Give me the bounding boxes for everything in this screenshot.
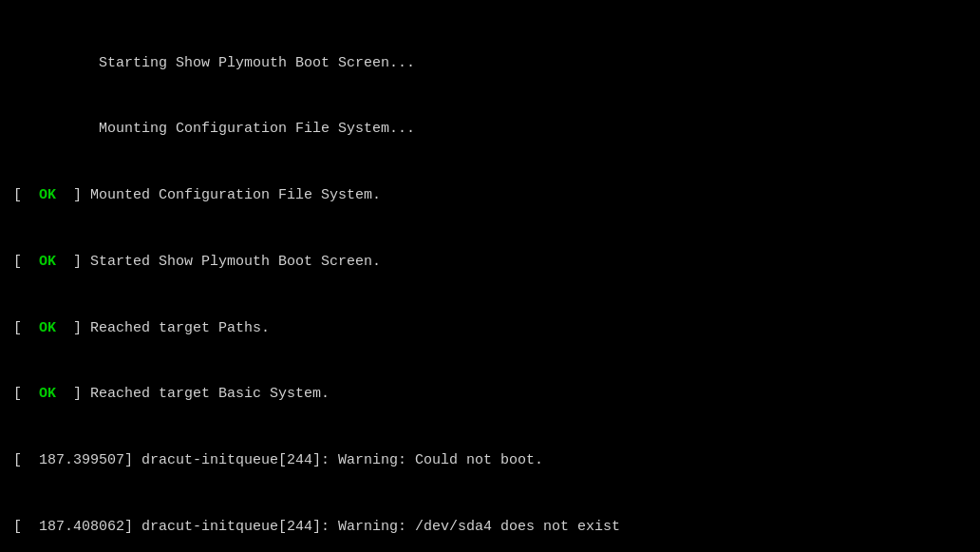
line-2: Mounting Configuration File System...: [13, 118, 967, 140]
line-6: [ OK ] Reached target Basic System.: [13, 383, 967, 405]
ok-badge-2: OK: [30, 254, 65, 270]
ok-badge-4: OK: [30, 386, 65, 402]
ok-badge-1: OK: [30, 187, 65, 203]
line-8: [ 187.408062] dracut-initqueue[244]: War…: [13, 516, 967, 538]
line-4: [ OK ] Started Show Plymouth Boot Screen…: [13, 251, 967, 273]
line-1: Starting Show Plymouth Boot Screen...: [13, 52, 967, 74]
line-7: [ 187.399507] dracut-initqueue[244]: War…: [13, 449, 967, 471]
line-5: [ OK ] Reached target Paths.: [13, 317, 967, 339]
terminal-screen: Starting Show Plymouth Boot Screen... Mo…: [0, 0, 980, 552]
ok-badge-3: OK: [30, 320, 65, 336]
line-3: [ OK ] Mounted Configuration File System…: [13, 184, 967, 206]
